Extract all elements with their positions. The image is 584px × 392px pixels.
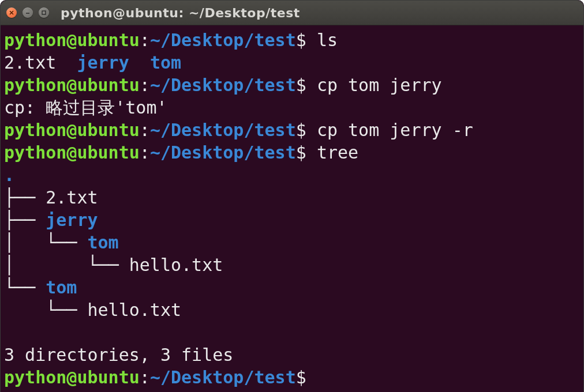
cp-error-prefix: cp: 略过目录 (4, 97, 115, 118)
tree-dir: tom (88, 232, 119, 252)
prompt-line: python@ubuntu:~/Desktop/test$ cp tom jer… (4, 120, 473, 140)
tree-dir: jerry (46, 210, 98, 230)
command-tree: tree (317, 142, 358, 163)
tree-row: │ └── tom (4, 232, 119, 252)
prompt-sigil: $ (296, 142, 306, 163)
tree-root: . (4, 165, 14, 185)
maximize-icon[interactable] (39, 7, 49, 18)
prompt-colon: : (140, 75, 150, 95)
prompt-line: python@ubuntu:~/Desktop/test$ ls (4, 30, 338, 50)
tree-row: └── tom (4, 277, 77, 297)
prompt-line: python@ubuntu:~/Desktop/test$ tree (4, 142, 358, 163)
prompt-user: python@ubuntu (4, 367, 140, 387)
minimize-icon[interactable] (23, 7, 33, 18)
prompt-path: ~/Desktop/test (150, 30, 296, 50)
tree-summary: 3 directories, 3 files (4, 345, 233, 365)
tree-row: ├── 2.txt (4, 187, 98, 208)
prompt-line: python@ubuntu:~/Desktop/test$ (4, 367, 306, 387)
tree-branch: ├── (4, 187, 46, 208)
cp-error-line: cp: 略过目录'tom' (4, 97, 167, 118)
tree-branch: │ └── (4, 232, 88, 252)
tree-row: ├── jerry (4, 210, 98, 230)
prompt-colon: : (140, 120, 150, 140)
prompt-user: python@ubuntu (4, 75, 140, 95)
tree-file: 2.txt (46, 187, 98, 208)
prompt-path: ~/Desktop/test (150, 75, 296, 95)
tree-branch: │ └── (4, 255, 129, 275)
prompt-sigil: $ (296, 120, 306, 140)
window-title: python@ubuntu: ~/Desktop/test (61, 6, 300, 20)
prompt-colon: : (140, 142, 150, 163)
cp-error-target: 'tom' (115, 97, 167, 118)
prompt-line: python@ubuntu:~/Desktop/test$ cp tom jer… (4, 75, 442, 95)
prompt-user: python@ubuntu (4, 142, 140, 163)
command-cp-r: cp tom jerry -r (317, 120, 473, 140)
ls-output: 2.txt jerry tom (4, 52, 181, 73)
prompt-sigil: $ (296, 75, 306, 95)
prompt-sigil: $ (296, 30, 306, 50)
tree-dir: tom (46, 277, 77, 297)
close-icon[interactable] (6, 7, 17, 18)
ls-dir-jerry: jerry (77, 52, 129, 73)
svg-rect-3 (42, 11, 46, 14)
prompt-colon: : (140, 367, 150, 387)
titlebar[interactable]: python@ubuntu: ~/Desktop/test (1, 1, 583, 25)
terminal-body[interactable]: python@ubuntu:~/Desktop/test$ ls 2.txt j… (1, 25, 583, 392)
ls-dir-tom: tom (150, 52, 181, 73)
tree-branch: └── (4, 300, 88, 320)
prompt-user: python@ubuntu (4, 120, 140, 140)
tree-branch: └── (4, 277, 46, 297)
command-ls: ls (317, 30, 338, 50)
tree-row: └── hello.txt (4, 300, 181, 320)
ls-file: 2.txt (4, 52, 56, 73)
tree-branch: ├── (4, 210, 46, 230)
tree-file: hello.txt (88, 300, 182, 320)
tree-row: │ └── hello.txt (4, 255, 223, 275)
prompt-path: ~/Desktop/test (150, 367, 296, 387)
terminal-window: python@ubuntu: ~/Desktop/test python@ubu… (0, 0, 584, 392)
prompt-user: python@ubuntu (4, 30, 140, 50)
tree-file: hello.txt (129, 255, 223, 275)
prompt-path: ~/Desktop/test (150, 142, 296, 163)
prompt-colon: : (140, 30, 150, 50)
prompt-sigil: $ (296, 367, 306, 387)
command-cp: cp tom jerry (317, 75, 442, 95)
prompt-path: ~/Desktop/test (150, 120, 296, 140)
